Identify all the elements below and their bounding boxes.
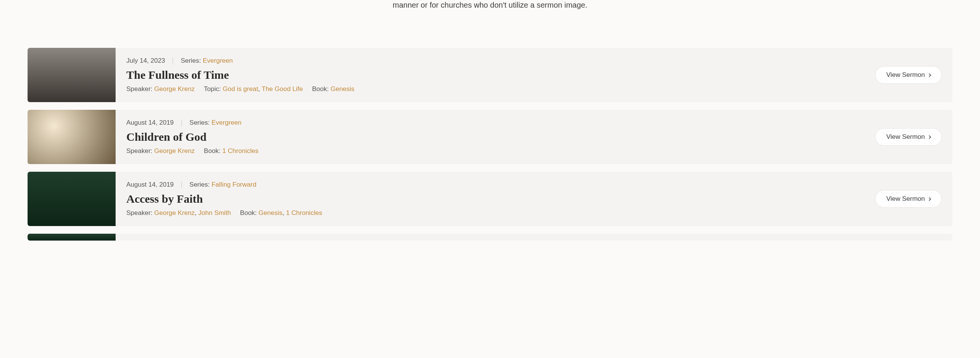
sermon-card: August 14, 2019Series: EvergreenChildren… bbox=[28, 110, 952, 164]
sermon-date: August 14, 2019 bbox=[126, 181, 174, 189]
topic-link[interactable]: The Good Life bbox=[262, 85, 303, 93]
series-group: Series: Evergreen bbox=[189, 119, 242, 127]
series-label: Series: bbox=[189, 119, 212, 126]
meta-divider bbox=[173, 57, 173, 64]
series-link[interactable]: Evergreen bbox=[203, 57, 233, 64]
sermon-meta-row: August 14, 2019Series: Falling Forward bbox=[126, 181, 864, 189]
speaker-link[interactable]: George Krenz bbox=[154, 85, 195, 93]
chevron-right-icon bbox=[928, 73, 931, 77]
book-link[interactable]: 1 Chronicles bbox=[286, 209, 322, 216]
view-sermon-button-label: View Sermon bbox=[886, 71, 925, 79]
series-link[interactable]: Falling Forward bbox=[211, 181, 256, 188]
view-sermon-button[interactable]: View Sermon bbox=[875, 128, 942, 146]
topic-group: Topic: God is great, The Good Life bbox=[204, 85, 303, 93]
sermon-card: July 14, 2023Series: EvergreenThe Fullne… bbox=[28, 48, 952, 102]
sermon-thumbnail[interactable] bbox=[28, 48, 116, 102]
sermon-body: August 14, 2019Series: Falling ForwardAc… bbox=[116, 172, 875, 226]
sermon-card: August 14, 2019Series: Falling ForwardAc… bbox=[28, 172, 952, 226]
sermon-meta-row: July 14, 2023Series: Evergreen bbox=[126, 57, 864, 65]
topic-link[interactable]: God is great bbox=[223, 85, 258, 93]
book-link[interactable]: Genesis bbox=[258, 209, 282, 216]
meta-divider bbox=[181, 119, 182, 126]
book-group: Book: Genesis, 1 Chronicles bbox=[240, 209, 322, 217]
sermon-body: July 14, 2023Series: EvergreenThe Fullne… bbox=[116, 48, 875, 102]
view-sermon-button[interactable]: View Sermon bbox=[875, 190, 942, 208]
speaker-link[interactable]: John Smith bbox=[198, 209, 231, 216]
chevron-right-icon bbox=[928, 197, 931, 201]
sermon-card bbox=[28, 234, 952, 241]
separator: , bbox=[195, 209, 198, 216]
view-sermon-button[interactable]: View Sermon bbox=[875, 66, 942, 84]
book-link[interactable]: 1 Chronicles bbox=[222, 147, 259, 155]
series-group: Series: Evergreen bbox=[181, 57, 233, 65]
book-label: Book: bbox=[240, 209, 258, 216]
sermon-date: July 14, 2023 bbox=[126, 57, 165, 65]
sermon-meta-row: August 14, 2019Series: Evergreen bbox=[126, 119, 864, 127]
sermon-title[interactable]: Access by Faith bbox=[126, 192, 864, 205]
view-sermon-button-label: View Sermon bbox=[886, 133, 925, 141]
sermon-detail-row: Speaker: George KrenzBook: 1 Chronicles bbox=[126, 147, 864, 155]
separator: , bbox=[283, 209, 286, 216]
book-group: Book: 1 Chronicles bbox=[204, 147, 259, 155]
sermon-detail-row: Speaker: George KrenzTopic: God is great… bbox=[126, 85, 864, 93]
sermon-thumbnail[interactable] bbox=[28, 172, 116, 226]
meta-divider bbox=[181, 181, 182, 188]
speaker-label: Speaker: bbox=[126, 85, 154, 93]
book-label: Book: bbox=[204, 147, 222, 155]
sermon-thumbnail[interactable] bbox=[28, 234, 116, 241]
speaker-group: Speaker: George Krenz, John Smith bbox=[126, 209, 231, 217]
speaker-group: Speaker: George Krenz bbox=[126, 147, 195, 155]
view-sermon-button-label: View Sermon bbox=[886, 195, 925, 203]
sermon-action: View Sermon bbox=[875, 172, 952, 226]
speaker-link[interactable]: George Krenz bbox=[154, 147, 195, 155]
book-link[interactable]: Genesis bbox=[330, 85, 354, 93]
page-header-text: manner or for churches who don't utilize… bbox=[0, 0, 980, 10]
book-group: Book: Genesis bbox=[312, 85, 354, 93]
sermon-action: View Sermon bbox=[875, 110, 952, 164]
sermon-body: August 14, 2019Series: EvergreenChildren… bbox=[116, 110, 875, 164]
sermon-title[interactable]: The Fullness of Time bbox=[126, 68, 864, 81]
separator: , bbox=[258, 85, 261, 93]
speaker-label: Speaker: bbox=[126, 147, 154, 155]
sermon-action: View Sermon bbox=[875, 48, 952, 102]
series-label: Series: bbox=[181, 57, 203, 64]
chevron-right-icon bbox=[928, 135, 931, 139]
sermon-title[interactable]: Children of God bbox=[126, 130, 864, 143]
sermon-list: July 14, 2023Series: EvergreenThe Fullne… bbox=[0, 48, 980, 241]
speaker-group: Speaker: George Krenz bbox=[126, 85, 195, 93]
speaker-label: Speaker: bbox=[126, 209, 154, 216]
sermon-detail-row: Speaker: George Krenz, John SmithBook: G… bbox=[126, 209, 864, 217]
sermon-thumbnail[interactable] bbox=[28, 110, 116, 164]
series-group: Series: Falling Forward bbox=[189, 181, 256, 189]
speaker-link[interactable]: George Krenz bbox=[154, 209, 195, 216]
series-label: Series: bbox=[189, 181, 212, 188]
book-label: Book: bbox=[312, 85, 330, 93]
series-link[interactable]: Evergreen bbox=[211, 119, 241, 126]
sermon-body bbox=[116, 234, 952, 241]
topic-label: Topic: bbox=[204, 85, 223, 93]
sermon-date: August 14, 2019 bbox=[126, 119, 174, 127]
